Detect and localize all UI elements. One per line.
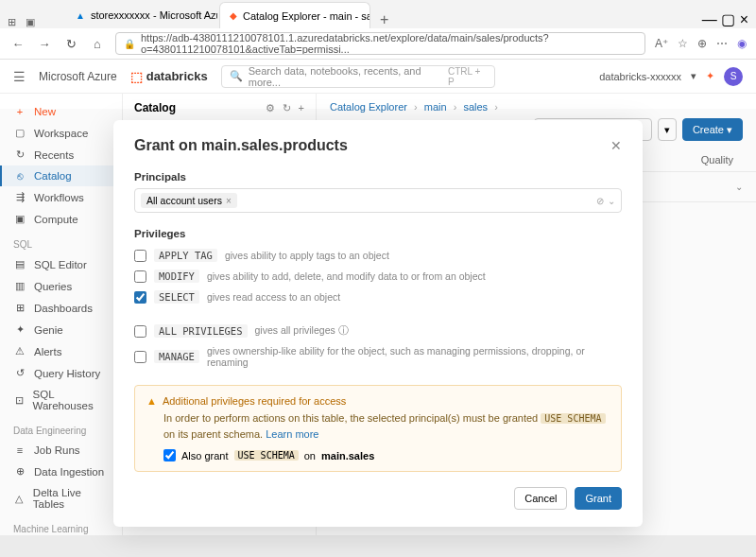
new-tab-button[interactable]: + [372,11,396,28]
panel-icon[interactable]: ⊞ [8,16,16,28]
browser-tab-azure[interactable]: ▲ storexxxxxxx - Microsoft Azure × [66,2,217,28]
databricks-favicon: ◆ [230,10,237,22]
schema-tag: USE SCHEMA [234,450,299,461]
ms-azure-label: Microsoft Azure [39,70,117,83]
search-placeholder: Search data, notebooks, recents, and mor… [249,65,442,88]
privilege-tag: SELECT [154,290,199,304]
privilege-tag: APPLY TAG [154,249,217,262]
search-shortcut: CTRL + P [448,66,487,87]
more-icon[interactable]: ⋯ [716,37,728,50]
principals-label: Principals [134,171,622,183]
menu-icon[interactable]: ☰ [13,69,26,84]
privilege-checkbox[interactable] [134,325,146,338]
also-grant-checkbox[interactable] [163,449,176,461]
warning-icon: ▲ [146,395,157,407]
privilege-desc: gives read access to an object [207,291,340,303]
grant-button[interactable]: Grant [575,487,622,510]
privilege-desc: gives ownership-like ability for the obj… [207,345,622,368]
modal-backdrop: Grant on main.sales.products ✕ Principal… [0,109,756,557]
privilege-desc: gives all privileges ⓘ [255,324,349,338]
forward-icon[interactable]: → [36,35,53,52]
privilege-checkbox[interactable] [134,291,146,304]
privilege-row: SELECT gives read access to an object [134,287,622,307]
maximize-icon[interactable]: ▢ [721,11,735,27]
privileges-label: Privileges [134,228,622,239]
principal-chip: All account users × [141,193,237,208]
back-icon[interactable]: ← [9,35,26,52]
tab-title: Catalog Explorer - main - sales - p [243,10,370,22]
privilege-checkbox[interactable] [134,351,146,363]
grant-modal: Grant on main.sales.products ✕ Principal… [113,120,643,527]
also-grant-target: main.sales [321,450,374,461]
search-icon: 🔍 [230,70,243,82]
browser-tab-databricks[interactable]: ◆ Catalog Explorer - main - sales - p × [219,2,370,28]
privilege-desc: gives ability to apply tags to an object [225,250,389,261]
databricks-logo: ⬚ databricks [130,69,208,84]
global-search[interactable]: 🔍 Search data, notebooks, recents, and m… [221,65,495,88]
home-icon[interactable]: ⌂ [89,35,106,52]
copilot-icon[interactable]: ◉ [737,37,747,50]
privilege-checkbox[interactable] [134,250,146,262]
privilege-row: APPLY TAG gives ability to apply tags to… [134,245,622,266]
chevron-down-icon[interactable]: ▾ [691,70,696,82]
remove-chip-icon[interactable]: × [226,196,232,206]
browser-tab-strip: ⊞ ▣ ▲ storexxxxxxx - Microsoft Azure × ◆… [0,0,756,28]
workspace-name[interactable]: databricks-xxxxxx [599,71,681,82]
tab-title: storexxxxxxx - Microsoft Azure [91,9,217,21]
azure-favicon: ▲ [76,9,85,21]
privilege-tag: ALL PRIVILEGES [154,324,248,338]
url-bar[interactable]: 🔒 https://adb-4380111210078101.1.azureda… [115,32,645,55]
lock-icon: 🔒 [124,39,135,49]
learn-more-link[interactable]: Learn more [266,428,318,440]
close-icon[interactable]: ✕ [610,138,622,153]
cancel-button[interactable]: Cancel [514,487,567,510]
assistant-icon[interactable]: ✦ [706,70,714,82]
minimize-icon[interactable]: — [702,11,717,27]
modal-title: Grant on main.sales.products [134,137,348,154]
clear-icon[interactable]: ⊘ [596,196,604,206]
url-text: https://adb-4380111210078101.1.azuredata… [141,32,637,55]
browser-nav-bar: ← → ↻ ⌂ 🔒 https://adb-4380111210078101.1… [0,28,756,59]
privilege-tag: MODIFY [154,270,199,283]
privilege-desc: gives ability to add, delete, and modify… [207,270,486,282]
privilege-row: MANAGE gives ownership-like ability for … [134,341,622,372]
collections-icon[interactable]: ⊕ [697,37,707,50]
close-window-icon[interactable]: × [740,11,748,27]
databricks-mark-icon: ⬚ [130,69,143,84]
app-header: ☰ Microsoft Azure ⬚ databricks 🔍 Search … [0,60,756,94]
schema-tag: USE SCHEMA [541,413,605,424]
avatar[interactable]: S [724,67,743,86]
privilege-row: ALL PRIVILEGES gives all privileges ⓘ [134,321,622,341]
read-aloud-icon[interactable]: A⁺ [655,37,668,50]
privilege-row: MODIFY gives ability to add, delete, and… [134,266,622,287]
reload-icon[interactable]: ↻ [62,35,79,52]
privilege-checkbox[interactable] [134,270,146,283]
principals-input[interactable]: All account users × ⊘ ⌄ [134,188,622,213]
sidebar-icon[interactable]: ▣ [26,16,35,28]
warning-box: ▲ Additional privileges required for acc… [134,385,622,472]
chevron-down-icon[interactable]: ⌄ [608,196,615,206]
favorite-icon[interactable]: ☆ [678,37,688,50]
privilege-tag: MANAGE [154,350,199,363]
